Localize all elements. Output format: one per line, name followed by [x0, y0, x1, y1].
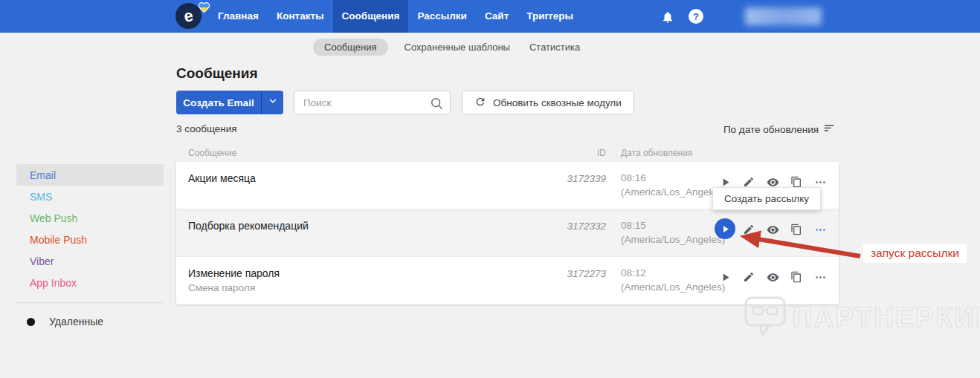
updated-timezone: (America/Los_Angeles) [621, 280, 725, 294]
help-glyph: ? [693, 11, 699, 22]
sidebar-item-deleted[interactable]: Удаленные [0, 316, 164, 328]
help-icon[interactable]: ? [689, 9, 703, 24]
watermark-text: ПАРТНЕРКИН [793, 298, 980, 338]
updated-time: 08:15 [621, 218, 725, 232]
tooltip-text: Создать рассылку [724, 193, 809, 204]
message-subtitle: Смена пароля [188, 281, 280, 295]
table-row-password[interactable]: Изменение пароля Смена пароля 3172273 08… [176, 257, 839, 304]
tab-messages[interactable]: Сообщения [313, 39, 388, 56]
more-actions-icon[interactable] [813, 270, 827, 284]
sort-label: По дате обновления [723, 124, 819, 135]
message-title: Подборка рекомендаций [188, 218, 309, 233]
start-campaign-icon[interactable] [715, 218, 735, 239]
search-icon [430, 97, 443, 113]
sidebar-item-app-inbox[interactable]: App Inbox [0, 272, 164, 293]
message-updated: 08:15 (America/Los_Angeles) [621, 218, 725, 247]
annotation-launch-campaign: запуск рассылки [863, 244, 967, 263]
search-input[interactable] [294, 91, 450, 114]
message-id: 3172339 [503, 173, 606, 184]
row-actions [718, 223, 827, 236]
top-navigation: e Главная Контакты Сообщения Рассылки Са… [0, 0, 980, 33]
chevron-down-icon [268, 96, 278, 109]
preview-eye-icon[interactable] [766, 270, 779, 284]
tab-saved-templates[interactable]: Сохраненные шаблоны [402, 39, 513, 56]
update-modules-button[interactable]: Обновить сквозные модули [462, 91, 634, 114]
update-modules-label: Обновить сквозные модули [493, 97, 622, 108]
updated-timezone: (America/Los_Angeles) [621, 232, 725, 247]
sidebar-item-email[interactable]: Email [16, 164, 164, 186]
create-email-button[interactable]: Создать Email [176, 91, 261, 114]
sidebar-item-viber[interactable]: Viber [0, 250, 164, 272]
create-email-dropdown-button[interactable] [261, 91, 283, 114]
nav-item-messages[interactable]: Сообщения [333, 0, 409, 33]
message-title-cell: Изменение пароля Смена пароля [188, 266, 280, 295]
column-header-id: ID [550, 148, 606, 158]
message-title-cell: Акции месяца [188, 171, 256, 186]
deleted-dot-icon [27, 318, 35, 326]
create-campaign-tooltip: Создать рассылку [712, 187, 821, 210]
message-id: 3172332 [503, 221, 606, 232]
message-count: 3 сообщения [176, 123, 237, 134]
watermark-bubble-icon [744, 296, 787, 339]
sidebar-divider [15, 302, 164, 303]
sidebar-item-mobile-push[interactable]: Mobile Push [0, 229, 164, 250]
notifications-bell-icon[interactable] [660, 9, 676, 25]
deleted-label: Удаленные [49, 316, 103, 328]
edit-icon[interactable] [742, 223, 755, 236]
message-list: Акции месяца 3172339 08:16 (America/Los_… [176, 162, 839, 304]
message-subtabs: Сообщения Сохраненные шаблоны Статистика [313, 39, 583, 56]
search-box [294, 91, 451, 114]
message-updated: 08:12 (America/Los_Angeles) [621, 266, 725, 294]
message-title-cell: Подборка рекомендаций [188, 218, 309, 233]
nav-item-triggers[interactable]: Триггеры [518, 0, 582, 33]
message-title: Изменение пароля [188, 266, 280, 281]
copy-icon[interactable] [790, 270, 803, 284]
column-header-updated: Дата обновления [621, 148, 692, 158]
preview-eye-icon[interactable] [766, 223, 779, 236]
edit-icon[interactable] [742, 270, 755, 284]
updated-timezone: (America/Los_Angeles) [621, 185, 725, 199]
refresh-icon [474, 96, 486, 110]
main-menu: Главная Контакты Сообщения Рассылки Сайт… [209, 0, 582, 33]
tab-statistics[interactable]: Статистика [526, 39, 583, 56]
copy-icon[interactable] [790, 223, 803, 236]
start-campaign-highlight [718, 223, 732, 236]
message-updated: 08:16 (America/Los_Angeles) [621, 171, 725, 199]
nav-item-main[interactable]: Главная [209, 0, 268, 33]
nav-item-contacts[interactable]: Контакты [268, 0, 333, 33]
row-actions [718, 270, 827, 284]
column-header-message: Сообщение [188, 148, 236, 158]
start-campaign-icon[interactable] [718, 270, 732, 284]
updated-time: 08:12 [621, 266, 725, 280]
more-actions-icon[interactable] [813, 223, 827, 236]
user-account-redacted[interactable] [745, 7, 822, 25]
nav-item-site[interactable]: Сайт [476, 0, 518, 33]
updated-time: 08:16 [621, 171, 725, 185]
watermark: ПАРТНЕРКИН [744, 296, 980, 339]
message-id: 3172273 [503, 268, 606, 279]
channel-sidebar: Email SMS Web Push Mobile Push Viber App… [0, 164, 164, 328]
create-email-split-button: Создать Email [176, 91, 283, 114]
logo-letter: e [182, 6, 195, 27]
message-title: Акции месяца [188, 171, 256, 186]
sort-descending-icon [824, 123, 835, 136]
sidebar-item-web-push[interactable]: Web Push [0, 207, 164, 229]
sort-control[interactable]: По дате обновления [723, 123, 835, 136]
sidebar-item-sms[interactable]: SMS [0, 186, 164, 207]
page-title: Сообщения [176, 65, 258, 82]
nav-item-campaigns[interactable]: Рассылки [408, 0, 476, 33]
table-row-recommendations[interactable]: Подборка рекомендаций 3172332 08:15 (Ame… [176, 209, 839, 257]
